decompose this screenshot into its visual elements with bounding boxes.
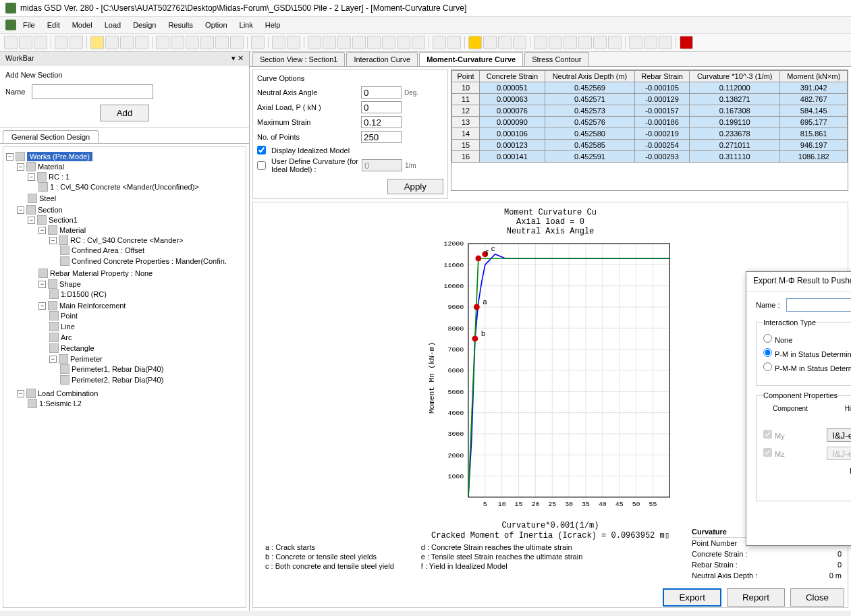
- tree-rc1-child[interactable]: 1 : Cvl_S40 Concrete <Mander(Unconfined)…: [50, 183, 199, 191]
- section-name-input[interactable]: [32, 84, 153, 99]
- toolbar-new-icon[interactable]: [4, 36, 18, 49]
- radio-pm[interactable]: [763, 348, 772, 357]
- toolbar-stop-icon[interactable]: [680, 36, 693, 49]
- expand-icon[interactable]: −: [38, 302, 46, 310]
- works-tree[interactable]: −Works (Pre.Mode) −Material −RC : 1 1 : …: [3, 146, 246, 608]
- toolbar-rebar3-icon[interactable]: [337, 36, 351, 49]
- tree-line[interactable]: Line: [61, 323, 75, 331]
- toolbar-col3-icon[interactable]: [513, 36, 526, 49]
- toolbar-item6-icon[interactable]: [230, 36, 244, 49]
- neutral-axis-input[interactable]: [361, 86, 402, 99]
- toolbar-view2-icon[interactable]: [549, 36, 562, 49]
- tree-seismic[interactable]: 1:Seismic L2: [39, 399, 82, 408]
- workbar-pin-icon[interactable]: ▾ ✕: [231, 54, 244, 62]
- tree-rect[interactable]: Rectangle: [61, 344, 94, 352]
- toolbar-grid-icon[interactable]: [90, 36, 104, 49]
- dialog-name-input[interactable]: [786, 298, 851, 312]
- menu-design[interactable]: Design: [128, 20, 161, 30]
- expand-icon[interactable]: −: [17, 206, 24, 214]
- toolbar-zoomin-icon[interactable]: [593, 36, 607, 49]
- menu-edit[interactable]: Edit: [42, 20, 65, 30]
- toolbar-rebar8-icon[interactable]: [412, 36, 425, 49]
- toolbar-ibeam-icon[interactable]: [468, 36, 482, 49]
- tree-perim1[interactable]: Perimeter1, Rebar Dia(P40): [72, 365, 163, 373]
- toolbar-item1-icon[interactable]: [156, 36, 169, 49]
- menu-file[interactable]: File: [18, 20, 40, 30]
- expand-icon[interactable]: −: [17, 163, 24, 171]
- add-button[interactable]: Add: [100, 105, 150, 121]
- table-row[interactable]: 110.0000630.452571-0.0001290.138271482.7…: [452, 94, 848, 105]
- toolbar-col-icon[interactable]: [483, 36, 497, 49]
- curve-apply-button[interactable]: Apply: [387, 179, 443, 194]
- radio-none[interactable]: [763, 334, 772, 343]
- expand-icon[interactable]: −: [17, 390, 24, 397]
- tree-root[interactable]: Works (Pre.Mode): [27, 152, 92, 161]
- menu-help[interactable]: Help: [260, 20, 286, 30]
- tree-material[interactable]: Material: [38, 163, 64, 171]
- toolbar-item5-icon[interactable]: [215, 36, 229, 49]
- user-define-checkbox[interactable]: [257, 161, 266, 170]
- npoints-input[interactable]: [361, 131, 402, 143]
- toolbar-rebar4-icon[interactable]: [352, 36, 366, 49]
- table-row[interactable]: 100.0000510.452569-0.0001050.112000391.0…: [452, 82, 848, 94]
- toolbar-item4-icon[interactable]: [200, 36, 214, 49]
- tree-perim2[interactable]: Perimeter2, Rebar Dia(P40): [72, 376, 163, 384]
- menu-results[interactable]: Results: [163, 20, 198, 30]
- toolbar-col2-icon[interactable]: [498, 36, 512, 49]
- tree-point[interactable]: Point: [61, 312, 78, 320]
- tree-main-reinf[interactable]: Main Reinforcement: [59, 302, 126, 310]
- tab-interaction-curve[interactable]: Interaction Curve: [346, 52, 418, 66]
- tab-stress-contour[interactable]: Stress Contour: [524, 52, 588, 66]
- toolbar-view4-icon[interactable]: [578, 36, 592, 49]
- tree-s-rc[interactable]: RC : Cvl_S40 Concrete <Mander>: [70, 236, 184, 244]
- expand-icon[interactable]: −: [49, 356, 57, 363]
- toolbar-help-icon[interactable]: [659, 36, 672, 49]
- toolbar-rebar7-icon[interactable]: [397, 36, 410, 49]
- tree-confined-area[interactable]: Confined Area : Offset: [72, 246, 144, 254]
- export-button[interactable]: Export: [663, 588, 721, 607]
- toolbar-pencil-icon[interactable]: [120, 36, 134, 49]
- tree-load-comb[interactable]: Load Combination: [38, 389, 98, 397]
- tree-section[interactable]: Section: [38, 206, 63, 214]
- tab-general-section[interactable]: General Section Design: [3, 130, 99, 143]
- tree-shape1[interactable]: 1:D1500 (RC): [61, 290, 107, 298]
- toolbar-item2-icon[interactable]: [171, 36, 184, 49]
- toolbar-shape-icon[interactable]: [135, 36, 148, 49]
- toolbar-rebar6-icon[interactable]: [382, 36, 395, 49]
- report-button[interactable]: Report: [727, 588, 785, 607]
- expand-icon[interactable]: −: [38, 281, 46, 288]
- tree-rc1[interactable]: RC : 1: [49, 173, 70, 181]
- tree-rebar-mat[interactable]: Rebar Material Property : None: [50, 269, 153, 277]
- expand-icon[interactable]: −: [28, 217, 35, 224]
- toolbar-misc1-icon[interactable]: [629, 36, 642, 49]
- expand-icon[interactable]: −: [49, 237, 57, 244]
- toolbar-snap-icon[interactable]: [105, 36, 119, 49]
- table-row[interactable]: 150.0001230.452585-0.0002540.271011946.1…: [452, 140, 848, 151]
- tree-section1[interactable]: Section1: [49, 216, 78, 224]
- toolbar-save-icon[interactable]: [34, 36, 47, 49]
- max-strain-input[interactable]: [361, 116, 402, 128]
- toolbar-section-icon[interactable]: [272, 36, 285, 49]
- table-row[interactable]: 160.0001410.452591-0.0002930.3111101086.…: [452, 151, 848, 163]
- expand-icon[interactable]: −: [38, 227, 46, 234]
- expand-icon[interactable]: −: [6, 153, 13, 161]
- tree-steel[interactable]: Steel: [39, 194, 56, 202]
- tab-moment-curvature[interactable]: Moment-Curvature Curve: [419, 52, 523, 66]
- toolbar-open-icon[interactable]: [19, 36, 32, 49]
- menu-link[interactable]: Link: [234, 20, 258, 30]
- tree-shape[interactable]: Shape: [59, 280, 81, 288]
- toolbar-undo-icon[interactable]: [55, 36, 68, 49]
- menu-model[interactable]: Model: [67, 20, 98, 30]
- tree-arc[interactable]: Arc: [61, 333, 72, 341]
- menu-load[interactable]: Load: [99, 20, 126, 30]
- data-grid[interactable]: Point Concrete Strain Neutral Axis Depth…: [451, 69, 848, 191]
- toolbar-lc-icon[interactable]: [251, 36, 265, 49]
- expand-icon[interactable]: −: [28, 173, 35, 181]
- table-row[interactable]: 120.0000760.452573-0.0001570.167308584.1…: [452, 105, 848, 117]
- toolbar-rebar2-icon[interactable]: [323, 36, 336, 49]
- toolbar-misc2-icon[interactable]: [644, 36, 657, 49]
- toolbar-view3-icon[interactable]: [564, 36, 577, 49]
- toolbar-analysis1-icon[interactable]: [433, 36, 446, 49]
- tree-perimeter[interactable]: Perimeter: [70, 355, 103, 363]
- toolbar-rebar5-icon[interactable]: [367, 36, 381, 49]
